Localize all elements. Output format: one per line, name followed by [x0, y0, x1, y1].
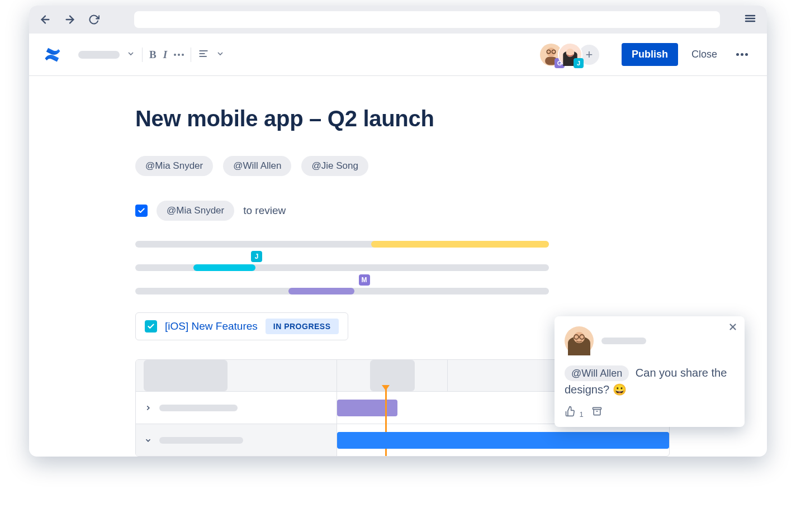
gantt-bar[interactable] — [337, 432, 669, 449]
browser-chrome — [29, 6, 767, 34]
hamburger-menu-icon[interactable] — [743, 12, 757, 27]
placeholder-bar — [601, 338, 646, 344]
placeholder-bar — [159, 437, 243, 444]
timeline-track: J — [135, 264, 549, 271]
page-title[interactable]: New mobile app – Q2 launch — [135, 106, 672, 131]
timeline-segment[interactable] — [371, 241, 549, 248]
toolbar-divider — [191, 48, 191, 62]
status-lozenge: IN PROGRESS — [266, 319, 339, 334]
bold-button[interactable]: B — [149, 49, 157, 61]
url-bar[interactable] — [134, 11, 720, 28]
comment-popover: @Will Allen Can you share the designs? 😀… — [555, 316, 745, 427]
comment-body: @Will Allen Can you share the designs? 😀 — [565, 364, 735, 398]
mention-chip[interactable]: @Jie Song — [301, 156, 368, 176]
archive-button[interactable] — [591, 406, 603, 419]
back-button[interactable] — [39, 13, 51, 26]
svg-point-14 — [566, 49, 575, 57]
publish-button[interactable]: Publish — [622, 43, 678, 66]
timeline-tag: J — [251, 251, 262, 262]
confluence-logo-icon — [42, 45, 63, 65]
timeline-track: M — [135, 288, 549, 294]
editor-toolbar: B I G J + Publish Close — [29, 34, 767, 76]
timeline-tag: M — [359, 274, 370, 286]
more-formatting-button[interactable] — [174, 54, 184, 56]
placeholder-bar — [78, 51, 120, 59]
close-icon[interactable] — [728, 322, 738, 334]
close-button[interactable]: Close — [683, 43, 726, 66]
text-style-dropdown[interactable] — [78, 49, 135, 60]
chevron-down-icon — [126, 49, 135, 60]
align-dropdown[interactable] — [198, 48, 225, 61]
checkbox-icon[interactable] — [135, 205, 148, 217]
timeline-segment[interactable] — [288, 288, 354, 294]
mention-chips: @Mia Snyder @Will Allen @Jie Song — [135, 156, 672, 176]
task-item[interactable]: @Mia Snyder to review — [135, 201, 672, 221]
reload-button[interactable] — [88, 14, 100, 25]
like-button[interactable]: 1 — [565, 406, 584, 419]
italic-button[interactable]: I — [163, 49, 167, 61]
expand-toggle[interactable] — [144, 403, 153, 412]
mention-chip[interactable]: @Will Allen — [565, 365, 629, 381]
task-text: to review — [243, 205, 286, 217]
mention-chip[interactable]: @Mia Snyder — [157, 201, 234, 221]
more-actions-button[interactable] — [731, 48, 754, 61]
forward-button[interactable] — [64, 13, 76, 26]
issue-type-icon — [145, 320, 157, 332]
placeholder-bar — [370, 360, 415, 391]
toolbar-divider — [142, 48, 143, 62]
mention-chip[interactable]: @Will Allen — [223, 156, 291, 176]
collapse-toggle[interactable] — [144, 436, 153, 445]
svg-point-18 — [574, 332, 585, 343]
gantt-bar[interactable] — [337, 400, 397, 416]
avatar[interactable]: J — [558, 42, 582, 67]
avatar — [565, 326, 594, 355]
presence-avatars: G J + — [539, 42, 599, 67]
chevron-down-icon — [216, 49, 225, 60]
placeholder-bar — [144, 360, 228, 391]
timeline-segment[interactable] — [193, 264, 255, 271]
avatar-badge: J — [574, 58, 584, 68]
jira-issue-card[interactable]: [iOS] New Features IN PROGRESS — [135, 312, 348, 340]
issue-title: [iOS] New Features — [165, 320, 258, 332]
like-count: 1 — [579, 410, 583, 419]
svg-rect-21 — [593, 407, 601, 409]
svg-point-9 — [547, 48, 556, 56]
plus-icon: + — [586, 48, 593, 62]
timeline-track — [135, 241, 549, 248]
mention-chip[interactable]: @Mia Snyder — [135, 156, 213, 176]
align-left-icon — [198, 48, 209, 61]
placeholder-bar — [159, 405, 238, 411]
